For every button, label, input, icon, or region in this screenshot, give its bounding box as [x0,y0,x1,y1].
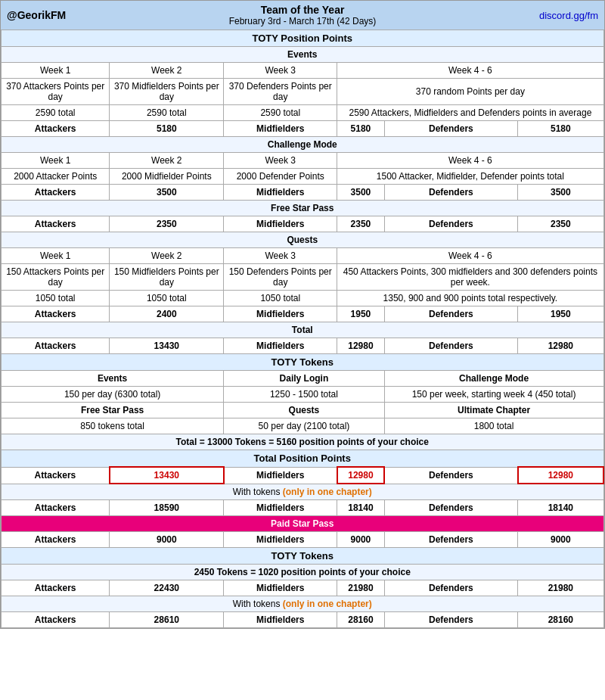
events-midfielders-label: Midfielders [224,121,337,137]
with-tokens-note: With tokens (only in one chapter) [2,484,604,500]
tokens-cm-val: 150 per week, starting week 4 (450 total… [384,387,603,403]
events-midfielders-val: 5180 [337,121,384,137]
tokens-labels-row: Events Daily Login Challenge Mode [2,371,604,387]
toty-position-header-row: TOTY Position Points [2,30,604,47]
psp-defenders-label: Defenders [384,532,518,548]
total-header: Total [2,322,604,338]
quests-attackers-label: Attackers [2,306,110,322]
fsp-midfielders-label: Midfielders [224,216,337,232]
quests-total-1: 1050 total [2,291,110,306]
paid-wt-midfielders-val: 28160 [337,612,384,628]
events-points-row: 370 Attackers Points per day 370 Midfiel… [2,79,604,105]
events-defender-points: 370 Defenders Points per day [224,79,337,105]
paid-attackers-label: Attackers [2,580,110,596]
paid-toty-tokens-header: TOTY Tokens [2,548,604,565]
quests-midfielder-pts: 150 Midfielders Points per day [110,264,224,291]
paid-star-pass-header: Paid Star Pass [2,516,604,532]
quests-defenders-label: Defenders [384,306,518,322]
wt-defenders-val: 18140 [518,500,603,516]
challenge-mode-header: Challenge Mode [2,137,604,153]
fsp-summary-row: Attackers 2350 Midfielders 2350 Defender… [2,216,604,232]
paid-defenders-val: 21980 [518,580,603,596]
cm-week46: Week 4 - 6 [337,153,603,169]
psp-attackers-label: Attackers [2,532,110,548]
quests-total-3: 1050 total [224,291,337,306]
wt-attackers-val: 18590 [110,500,224,516]
main-table: TOTY Position Points Events Week 1 Week … [1,30,604,628]
discord-link[interactable]: discord.gg/fm [523,10,598,21]
events-midfielder-points: 370 Midfielders Points per day [110,79,224,105]
cm-weeks-row: Week 1 Week 2 Week 3 Week 4 - 6 [2,153,604,169]
events-defenders-label: Defenders [384,121,518,137]
quests-header-row: Quests [2,232,604,248]
cm-midfielders-val: 3500 [337,185,384,201]
fsp-midfielders-val: 2350 [337,216,384,232]
toty-tokens-header: TOTY Tokens [2,354,604,371]
with-tokens-row: Attackers 18590 Midfielders 18140 Defend… [2,500,604,516]
quests-midfielders-label: Midfielders [224,306,337,322]
events-total-avg: 2590 Attackers, Midfielders and Defender… [337,105,603,121]
title-main: Team of the Year [82,4,523,16]
events-total-row: 2590 total 2590 total 2590 total 2590 At… [2,105,604,121]
fsp-header-row: Free Star Pass [2,201,604,216]
quests-header: Quests [2,232,604,248]
events-total-3: 2590 total [224,105,337,121]
events-attacker-points: 370 Attackers Points per day [2,79,110,105]
total-header-row: Total [2,322,604,338]
psp-attackers-val: 9000 [110,532,224,548]
events-total-2: 2590 total [110,105,224,121]
main-container: @GeorikFM Team of the Year February 3rd … [0,0,605,629]
paid-wt-midfielders-label: Midfielders [224,612,337,628]
events-summary-row: Attackers 5180 Midfielders 5180 Defender… [2,121,604,137]
paid-total-row: Attackers 22430 Midfielders 21980 Defend… [2,580,604,596]
tokens-ult-val: 1800 total [384,418,603,434]
total-pp-header-row: Total Position Points [2,450,604,468]
quests-midfielders-val: 1950 [337,306,384,322]
quests-total-row: 1050 total 1050 total 1050 total 1350, 9… [2,291,604,306]
paid-defenders-label: Defenders [384,580,518,596]
tokens-ult-label: Ultimate Chapter [384,403,603,418]
events-week46: Week 4 - 6 [337,63,603,79]
quests-week3: Week 3 [224,248,337,264]
tpp-attackers-val: 13430 [110,467,224,484]
toty-position-header: TOTY Position Points [2,30,604,47]
tokens-events-val: 150 per day (6300 total) [2,387,224,403]
quests-total-resp: 1350, 900 and 900 points total respectiv… [337,291,603,306]
cm-week1: Week 1 [2,153,110,169]
cm-week3: Week 3 [224,153,337,169]
events-week1: Week 1 [2,63,110,79]
quests-total-2: 1050 total [110,291,224,306]
toty-tokens-header-row: TOTY Tokens [2,354,604,371]
tpp-midfielders-val: 12980 [337,467,384,484]
quests-points-row: 150 Attackers Points per day 150 Midfiel… [2,264,604,291]
paid-wt-attackers-val: 28610 [110,612,224,628]
paid-midfielders-label: Midfielders [224,580,337,596]
total-pp-header: Total Position Points [2,450,604,468]
token-total: Total = 13000 Tokens = 5160 position poi… [2,434,604,450]
fsp-header: Free Star Pass [2,201,604,216]
tokens-daily-label: Daily Login [224,371,384,387]
tpp-attackers-label: Attackers [2,467,110,484]
paid-toty-tokens-header-row: TOTY Tokens [2,548,604,565]
total-defenders-label: Defenders [384,338,518,354]
events-week2: Week 2 [110,63,224,79]
events-total-1: 2590 total [2,105,110,121]
tokens-quests-val: 50 per day (2100 total) [224,418,384,434]
fsp-defenders-label: Defenders [384,216,518,232]
paid-with-tokens-note: With tokens (only in one chapter) [2,596,604,612]
quests-week46: Week 4 - 6 [337,248,603,264]
cm-defender-pts: 2000 Defender Points [224,169,337,185]
tokens-quests-label: Quests [224,403,384,418]
paid-with-tokens-row: Attackers 28610 Midfielders 28160 Defend… [2,612,604,628]
psp-defenders-val: 9000 [518,532,603,548]
tokens-fsp-label: Free Star Pass [2,403,224,418]
quests-attacker-pts: 150 Attackers Points per day [2,264,110,291]
quests-summary-row: Attackers 2400 Midfielders 1950 Defender… [2,306,604,322]
paid-sp-row: Attackers 9000 Midfielders 9000 Defender… [2,532,604,548]
tpp-defenders-label: Defenders [384,467,518,484]
paid-wt-attackers-label: Attackers [2,612,110,628]
cm-summary-row: Attackers 3500 Midfielders 3500 Defender… [2,185,604,201]
fsp-attackers-val: 2350 [110,216,224,232]
tokens-labels-row2: Free Star Pass Quests Ultimate Chapter [2,403,604,418]
psp-midfielders-label: Midfielders [224,532,337,548]
